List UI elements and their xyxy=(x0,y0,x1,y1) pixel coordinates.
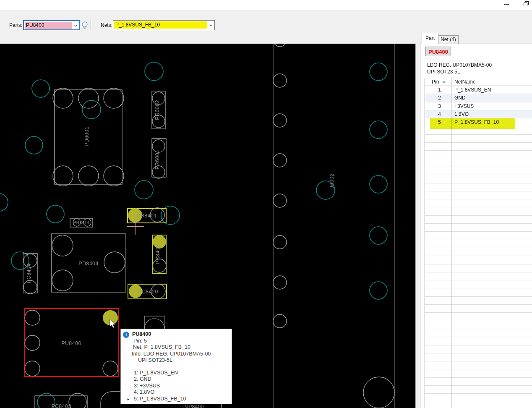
via[interactable] xyxy=(135,180,153,199)
pin-table-header[interactable]: Pin NetName xyxy=(425,78,532,86)
component-PC8403[interactable]: PC8403 xyxy=(35,393,87,408)
pad[interactable] xyxy=(103,361,118,376)
pad[interactable] xyxy=(273,74,287,87)
pad[interactable] xyxy=(273,276,287,289)
component-PR6001[interactable]: PR6001 xyxy=(152,139,166,178)
component-PR8414[interactable]: PR8414 xyxy=(70,218,93,227)
pad[interactable] xyxy=(53,88,73,108)
pin-table-empty-row xyxy=(425,280,532,288)
pad[interactable] xyxy=(273,154,287,167)
pad[interactable] xyxy=(104,166,124,186)
selected-pin-highlight xyxy=(430,118,515,129)
component-label: PJP8400 xyxy=(183,404,204,408)
via[interactable] xyxy=(25,136,43,154)
component-PD6001[interactable]: PD6001 xyxy=(53,88,124,186)
tooltip-info-line: Info: LDO REG. UP0107BMA5-00 xyxy=(121,351,232,358)
tooltip-pin-line: 2: GND xyxy=(121,376,232,383)
tab-net[interactable]: Net (4) xyxy=(438,35,459,44)
chevron-down-icon[interactable] xyxy=(74,25,78,27)
pin-table-row[interactable]: 1P_1.8VSUS_EN xyxy=(425,86,532,94)
pin-table-row[interactable]: 2GND xyxy=(425,94,532,102)
restore-icon xyxy=(524,3,527,6)
pad[interactable] xyxy=(273,44,287,47)
via[interactable] xyxy=(47,205,64,223)
via[interactable] xyxy=(32,80,50,97)
pad[interactable] xyxy=(104,252,125,273)
via[interactable] xyxy=(370,63,387,81)
nets-combobox[interactable]: P_1.8VSUS_FB_10 xyxy=(113,20,215,30)
pad[interactable] xyxy=(52,270,73,291)
tooltip-pin-line: 4: 1.8VO xyxy=(121,389,232,396)
pin-table-empty-row xyxy=(425,143,532,151)
pad[interactable] xyxy=(69,393,86,408)
via[interactable] xyxy=(370,121,387,139)
column-header-netname[interactable]: NetName xyxy=(452,79,476,85)
pad[interactable] xyxy=(78,88,99,108)
column-header-pin[interactable]: Pin xyxy=(425,79,452,85)
component-PR6002[interactable]: PR6002 xyxy=(152,91,165,129)
pad[interactable] xyxy=(25,310,40,325)
pin-table-empty-row xyxy=(425,256,532,264)
pin-table-row[interactable]: 3+3VSUS xyxy=(425,102,532,110)
tooltip-pin-line: ►5: P_1.8VSUS_FB_10 xyxy=(121,396,232,403)
toolbar-separator xyxy=(91,20,91,30)
component-PR8401[interactable]: PR8401 xyxy=(128,208,166,223)
via[interactable] xyxy=(370,227,387,244)
pin-number: 1 xyxy=(425,86,452,94)
tab-part[interactable]: Part xyxy=(422,33,438,44)
tooltip-pin-line: 3: +3VSUS xyxy=(121,383,232,390)
part-reference-badge[interactable]: PU8400 xyxy=(425,47,451,56)
pad[interactable] xyxy=(52,235,73,256)
pad[interactable] xyxy=(273,114,287,127)
highlight-bulb-icon[interactable] xyxy=(81,21,89,30)
parts-combobox-value: PU8400 xyxy=(25,22,72,29)
pin-table-empty-row xyxy=(425,264,532,272)
component-J6002[interactable]: J6002 xyxy=(329,173,335,188)
pin-table-empty-row xyxy=(425,240,532,248)
via[interactable] xyxy=(370,282,387,299)
pad[interactable] xyxy=(273,194,287,207)
pin-table-empty-row xyxy=(425,386,532,394)
minimize-icon xyxy=(504,4,509,5)
pin-table-row[interactable]: 41.8VO xyxy=(425,110,532,118)
via[interactable] xyxy=(82,100,101,119)
pad[interactable] xyxy=(25,335,40,350)
component-PC8420[interactable]: PC8420 xyxy=(128,284,167,299)
pin-number: 4 xyxy=(425,110,452,118)
boardviewer-window: Parts: PU8400 Nets: P_1.8VSUS_FB_10 PD60… xyxy=(0,0,532,408)
pad[interactable] xyxy=(78,166,99,186)
restore-button[interactable] xyxy=(520,0,532,9)
component-label: PR8414 xyxy=(73,220,90,225)
pin-table-empty-row xyxy=(425,321,532,329)
chevron-down-icon[interactable] xyxy=(209,24,213,26)
tooltip-title: PU8400 xyxy=(132,331,151,337)
component-PC8404[interactable]: PC8404 xyxy=(23,254,37,294)
component-PR8402[interactable]: PR8402 xyxy=(152,235,166,274)
parts-combobox[interactable]: PU8400 xyxy=(23,20,80,30)
component-label: PU8400 xyxy=(61,340,81,346)
pin-table-empty-row xyxy=(425,248,532,256)
pin-table-empty-row xyxy=(425,216,532,224)
pad[interactable] xyxy=(25,361,40,376)
via[interactable] xyxy=(145,62,163,81)
pad[interactable] xyxy=(53,166,73,186)
via[interactable] xyxy=(370,175,387,193)
component-label: PR6001 xyxy=(154,149,160,170)
component-label: PD8404 xyxy=(78,261,99,267)
via[interactable] xyxy=(0,194,8,211)
tooltip-info-line: Net: P_1.8VSUS_FB_10 xyxy=(121,344,232,351)
part-package-line: UPI SOT23-5L xyxy=(427,69,530,75)
active-pin-marker-icon: ► xyxy=(127,396,130,403)
pin-table-empty-row xyxy=(425,337,532,345)
minimize-button[interactable] xyxy=(500,0,513,9)
pad[interactable] xyxy=(104,88,124,108)
pin-table-empty-row xyxy=(425,167,532,175)
component-PD8404[interactable]: PD8404 xyxy=(52,234,126,292)
pad[interactable] xyxy=(273,235,287,249)
component-PU8400[interactable]: PU8400 xyxy=(24,309,119,377)
pad[interactable] xyxy=(363,377,394,408)
pin-column-label: Pin xyxy=(432,79,439,85)
pin-table-empty-row xyxy=(425,224,532,232)
pad[interactable] xyxy=(273,314,287,328)
pin-table-empty-row xyxy=(425,345,532,353)
